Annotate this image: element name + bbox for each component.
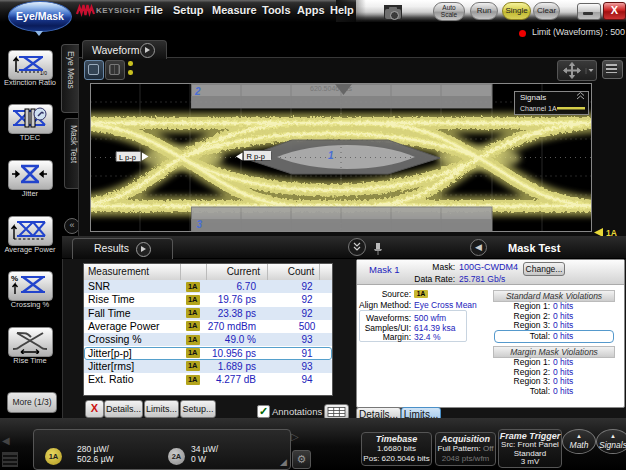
svg-text:Channel 1A: Channel 1A (520, 105, 557, 112)
svg-text:R p-p: R p-p (247, 152, 265, 161)
svg-text:1/0: 1/0 (40, 70, 47, 76)
svg-text:%: % (11, 274, 18, 283)
svg-text:Signals: Signals (520, 93, 546, 102)
svg-text:3: 3 (197, 219, 203, 230)
svg-text:L p-p: L p-p (119, 153, 136, 162)
svg-text:1: 1 (328, 150, 334, 161)
svg-text:2: 2 (194, 86, 201, 97)
